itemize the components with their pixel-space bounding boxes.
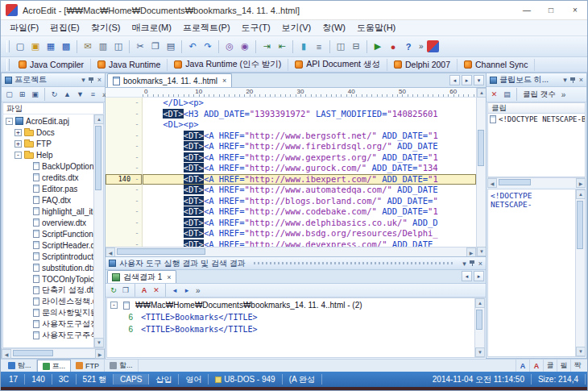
code-line[interactable]: - <DT><A HREF="http://www.delphibasics.c… <box>106 218 476 229</box>
results-tab-next-icon[interactable]: ▸ <box>474 271 484 281</box>
scroll-down-icon[interactable]: ▼ <box>576 347 586 356</box>
clip-count-label[interactable]: 클립 갯수 <box>520 89 558 100</box>
code-line[interactable]: - <DT><A HREF="http://www.bsdg.org/resou… <box>106 228 476 239</box>
clear-icon[interactable]: ✕ <box>151 285 162 296</box>
fold-marker-icon[interactable]: - <box>132 163 142 174</box>
tree-item[interactable]: +FTP <box>3 138 93 149</box>
scroll-left-icon[interactable]: ◀ <box>487 178 497 188</box>
clip-column-header[interactable]: 클립 <box>487 102 586 114</box>
pin-icon[interactable] <box>470 260 475 267</box>
scroll-left-icon[interactable]: ◀ <box>2 349 11 359</box>
find-icon[interactable]: ◎ <box>222 40 237 54</box>
bottom-tab[interactable]: FTP <box>71 360 105 372</box>
panel-menu-icon[interactable]: ▾ <box>462 260 466 268</box>
tree-item[interactable]: 라이센스정책.dtx <box>3 296 93 307</box>
acroedit-tool-icon[interactable] <box>427 40 439 52</box>
code-lines[interactable]: - </DL><p>- <DT><H3 ADD_DATE="1393391972… <box>106 98 476 247</box>
scroll-track[interactable] <box>94 191 103 338</box>
editor-hscrollbar[interactable]: ◀▶ <box>106 247 476 256</box>
code-text[interactable]: <DT><A HREF="http://www.firebirdsql.org/… <box>143 141 476 152</box>
fold-marker-icon[interactable]: - <box>132 174 142 185</box>
rerun-icon[interactable]: ↻ <box>108 285 119 296</box>
tree-item[interactable]: highlight_all_items_ <box>3 206 93 217</box>
fold-marker-icon[interactable]: - <box>132 109 142 120</box>
project-tree-vscrollbar[interactable]: ▲▼ <box>93 114 103 347</box>
clipboard-toolbar-overflow-icon[interactable]: » <box>559 90 569 99</box>
tree-item[interactable]: TOCOnlyTopic.dtx <box>3 273 93 285</box>
tools-toolbar-grip[interactable] <box>6 59 10 71</box>
fold-marker-icon[interactable]: - <box>132 206 142 218</box>
menu-item[interactable]: 도움말(H) <box>351 20 401 35</box>
new-project-icon[interactable]: ▢ <box>3 89 15 101</box>
code-line[interactable]: - <DT><A HREF="http://www.codebake.com/"… <box>106 206 476 218</box>
script-run-icon[interactable]: ▶ <box>371 40 385 54</box>
code-text[interactable]: <DT><A HREF="http://www.gexperts.org/" A… <box>143 152 476 164</box>
editor-vscrollbar[interactable]: ▲▼ <box>476 88 486 256</box>
code-text[interactable]: <DT><A HREF="http://www.gurock.com/" ADD… <box>143 163 476 174</box>
tile-horizontal-icon[interactable]: ◫ <box>333 40 348 54</box>
code-line[interactable]: - <DT><H3 ADD_DATE="1393391972" LAST_MOD… <box>106 109 476 120</box>
tree-item[interactable]: overview.dtx <box>3 217 93 228</box>
tree-item[interactable]: -Help <box>3 149 93 160</box>
scroll-thumb[interactable] <box>476 310 482 330</box>
mail-send-icon[interactable]: ✉ <box>81 40 95 54</box>
panel-tab[interactable]: A <box>516 360 529 372</box>
tab-prev-icon[interactable]: ◂ <box>449 75 460 85</box>
code-text[interactable]: <DT><A HREF="http://www.codebake.com/" A… <box>143 206 476 218</box>
fold-marker-icon[interactable]: - <box>132 131 142 142</box>
tree-item[interactable]: Scriptintroduction.c <box>3 251 93 262</box>
panel-close-icon[interactable]: × <box>97 76 101 84</box>
scroll-up-icon[interactable]: ▲ <box>475 298 485 308</box>
tree-item[interactable]: 단축키 설정.dtx <box>3 285 93 296</box>
code-line[interactable]: - <DT><A HREF="http://www.gurock.com/" A… <box>106 163 476 174</box>
search-result-row[interactable]: 6<TITLE>Bookmarks</TITLE> <box>107 323 474 335</box>
code-text[interactable]: <DT><A HREF="http://www.devexpress.com/"… <box>143 239 476 247</box>
code-text[interactable]: <DT><A HREF="http://www.delphibasics.co.… <box>143 218 476 229</box>
menu-item[interactable]: 찾기(S) <box>85 20 126 35</box>
find-next-icon[interactable]: ◉ <box>238 40 252 54</box>
tree-item[interactable]: +Docs <box>3 127 93 138</box>
tool-button[interactable]: Java Runtime (인수 받기) <box>168 59 288 71</box>
tree-item[interactable]: FAQ.dtx <box>3 194 93 206</box>
fold-marker-icon[interactable]: - <box>132 196 142 207</box>
scroll-up-icon[interactable]: ▲ <box>94 114 104 124</box>
print-icon[interactable]: ▥ <box>96 40 110 54</box>
code-line[interactable]: - <DL><p> <box>106 119 476 131</box>
tool-button[interactable]: Delphi 2007 <box>387 59 458 71</box>
pin-icon[interactable] <box>570 77 576 84</box>
code-text[interactable]: <DT><A HREF="http://www.bsdg.org/resourc… <box>143 228 476 239</box>
panel-menu-icon[interactable]: ▾ <box>563 76 567 84</box>
panel-tab[interactable]: 짝 <box>570 360 584 372</box>
titlebar[interactable]: AcroEdit - [₩₩Mac₩Home₩Documents₩bookmar… <box>1 1 587 20</box>
copy-icon[interactable]: ❐ <box>148 40 163 54</box>
scroll-thumb[interactable] <box>478 130 484 166</box>
undo-icon[interactable]: ↶ <box>185 40 200 54</box>
code-text[interactable]: </DL><p> <box>143 98 476 109</box>
scroll-thumb[interactable] <box>117 248 205 255</box>
code-line[interactable]: - </DL><p> <box>106 98 476 109</box>
tree-expander-icon[interactable]: - <box>6 118 13 125</box>
tool-button[interactable]: Java Compiler <box>12 59 91 71</box>
code-line[interactable]: - <DT><A HREF="http://blogs.borland.com/… <box>106 196 476 207</box>
project-tree-hscrollbar[interactable]: ◀▶ <box>2 348 105 358</box>
properties-icon[interactable]: ≡ <box>87 89 99 101</box>
bottom-tab[interactable]: 탐... <box>3 360 37 372</box>
scroll-thumb[interactable] <box>95 126 101 190</box>
help-icon[interactable]: ? <box>401 40 416 54</box>
editor-tab-close-icon[interactable]: × <box>221 77 226 85</box>
menu-item[interactable]: 매크로(M) <box>126 20 177 35</box>
clipboard-list-hscrollbar[interactable]: ◀▶ <box>487 177 586 187</box>
paste-icon[interactable]: ▤ <box>164 40 178 54</box>
tree-item[interactable]: 사용자도구주석설정 <box>3 330 93 341</box>
clipboard-item[interactable]: <!DOCTYPE NETSCAPE-B <box>488 114 585 124</box>
code-text[interactable]: <DT><A HREF="http://blogs.borland.com/" … <box>143 196 476 207</box>
bookmark-list-icon[interactable]: ≡ <box>312 40 326 54</box>
tree-item[interactable]: BackUpOptions.dtx <box>3 160 93 172</box>
panel-menu-icon[interactable]: ▾ <box>81 76 85 84</box>
menu-item[interactable]: 도구(T) <box>236 20 276 35</box>
indent-icon[interactable]: ⇥ <box>259 40 274 54</box>
folder-view-icon[interactable]: ▣ <box>29 89 41 101</box>
code-line[interactable]: - <DT><A HREF="http://www.automatedqa.co… <box>106 185 476 196</box>
tree-item[interactable]: ScriptFunctions.pas <box>3 228 93 239</box>
results-panel-grip[interactable] <box>254 262 455 264</box>
